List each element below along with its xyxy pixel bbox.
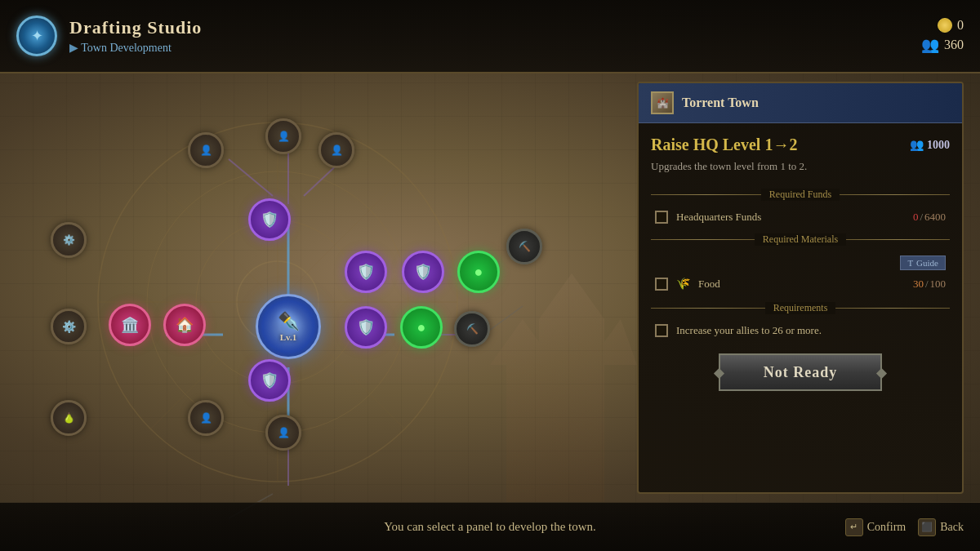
- confirm-label: Confirm: [867, 521, 906, 534]
- upgrade-desc: Upgrades the town level from 1 to 2.: [651, 159, 950, 174]
- node-far-left-bottom[interactable]: 🍐: [51, 400, 87, 436]
- hint-text: You can select a panel to develop the to…: [0, 520, 980, 534]
- upgrade-cost: 👥 1000: [910, 138, 950, 152]
- allies-checkbox: [655, 324, 668, 337]
- panel-header-icon: 🏰: [651, 91, 674, 114]
- funds-item-label: Headquarters Funds: [676, 211, 905, 224]
- funds-checkbox: [655, 211, 668, 224]
- divider-line-left: [651, 194, 761, 195]
- gold-amount: 0: [957, 18, 964, 33]
- requirements-label: Requirements: [765, 302, 836, 314]
- people-icon: 👥: [921, 36, 939, 54]
- node-left-pink1[interactable]: 🏛️: [109, 304, 151, 346]
- node-upper-left[interactable]: 👤: [188, 132, 224, 168]
- funds-required: 6400: [924, 211, 946, 224]
- svg-line-13: [229, 159, 273, 196]
- bottom-bar: You can select a panel to develop the to…: [0, 502, 980, 551]
- node-upper-center[interactable]: 👤: [265, 118, 301, 154]
- guide-row: T Guide: [651, 256, 950, 270]
- header-titles: Drafting Studio Town Development: [69, 17, 202, 55]
- node-lower-purple[interactable]: 🛡️: [248, 359, 291, 402]
- mat-divider-line-right: [846, 239, 950, 240]
- funds-current: 0: [913, 211, 919, 224]
- guide-label: Guide: [916, 258, 938, 268]
- node-lower-center[interactable]: 👤: [265, 415, 301, 451]
- mat-divider-line-left: [651, 239, 755, 240]
- food-amount: 30 / 100: [913, 278, 946, 291]
- materials-label: Required Materials: [755, 233, 846, 246]
- header-bar: Drafting Studio Town Development 0 👥 360: [0, 0, 980, 73]
- node-lower-right-green[interactable]: ●: [400, 306, 443, 349]
- allies-row: Increase your allies to 26 or more.: [651, 324, 950, 337]
- center-node-label: Lv.1: [280, 332, 296, 342]
- gold-resource: 0: [938, 18, 964, 33]
- node-right-purple2[interactable]: 🛡️: [402, 251, 444, 293]
- food-checkbox: [655, 278, 668, 291]
- bottom-buttons: ↵ Confirm ⬛ Back: [845, 518, 964, 536]
- req-divider-left: [651, 308, 765, 309]
- not-ready-label: Not Ready: [764, 364, 838, 381]
- cost-amount: 1000: [927, 139, 950, 152]
- studio-icon: [16, 16, 57, 56]
- header-resources: 0 👥 360: [921, 18, 964, 54]
- divider-line-right: [840, 194, 950, 195]
- node-upper-purple[interactable]: 🛡️: [248, 198, 291, 241]
- sub-title: Town Development: [69, 41, 202, 55]
- node-left-pink2[interactable]: 🏠: [163, 304, 206, 346]
- funds-label: Required Funds: [761, 189, 840, 201]
- food-separator: /: [925, 278, 929, 291]
- upgrade-title-row: Raise HQ Level 1→2 👥 1000: [651, 136, 950, 154]
- not-ready-button[interactable]: Not Ready: [719, 353, 882, 391]
- panel-body: Raise HQ Level 1→2 👥 1000 Upgrades the t…: [639, 123, 962, 407]
- node-far-right-top[interactable]: ⛏️: [506, 229, 542, 264]
- node-far-left[interactable]: ⚙️: [51, 309, 87, 344]
- food-row: 🌾 Food 30 / 100: [651, 277, 950, 291]
- node-right-purple1[interactable]: 🛡️: [345, 251, 387, 293]
- node-upper-right[interactable]: 👤: [318, 132, 354, 168]
- gold-icon: [938, 18, 952, 33]
- people-amount: 360: [944, 38, 964, 52]
- town-name: Torrent Town: [682, 96, 759, 110]
- funds-divider: Required Funds: [651, 189, 950, 201]
- guide-key: T: [907, 258, 913, 268]
- people-resource: 👥 360: [921, 36, 964, 54]
- node-far-left-top[interactable]: ⚙️: [51, 222, 87, 258]
- node-lower-right-purple[interactable]: 🛡️: [345, 306, 387, 349]
- food-required: 100: [930, 278, 947, 291]
- upgrade-title-text: Raise HQ Level 1→2: [651, 136, 797, 154]
- materials-divider: Required Materials: [651, 233, 950, 246]
- center-node[interactable]: ✒️ Lv.1: [256, 294, 321, 359]
- node-right-green1[interactable]: ●: [457, 251, 500, 293]
- side-panel: 🏰 Torrent Town Raise HQ Level 1→2 👥 1000…: [637, 82, 964, 494]
- building-silhouette: [474, 273, 637, 502]
- funds-separator: /: [920, 211, 923, 224]
- confirm-icon: ↵: [845, 518, 863, 536]
- confirm-button[interactable]: ↵ Confirm: [845, 518, 906, 536]
- allies-label: Increase your allies to 26 or more.: [676, 324, 946, 337]
- back-button[interactable]: ⬛ Back: [918, 518, 964, 536]
- panel-header: 🏰 Torrent Town: [639, 83, 962, 123]
- food-label: Food: [698, 278, 905, 291]
- funds-row: Headquarters Funds 0 / 6400: [651, 211, 950, 224]
- guide-button[interactable]: T Guide: [900, 256, 946, 270]
- requirements-divider: Requirements: [651, 302, 950, 314]
- funds-amount: 0 / 6400: [913, 211, 946, 224]
- req-divider-right: [835, 308, 950, 309]
- main-title: Drafting Studio: [69, 17, 202, 38]
- node-lower-right-dark[interactable]: ⛏️: [454, 311, 490, 347]
- food-current: 30: [913, 278, 924, 291]
- back-icon: ⬛: [918, 518, 936, 536]
- back-label: Back: [940, 521, 964, 534]
- cost-icon: 👥: [910, 138, 924, 152]
- food-icon: 🌾: [676, 277, 690, 291]
- node-lower-left[interactable]: 👤: [188, 400, 224, 436]
